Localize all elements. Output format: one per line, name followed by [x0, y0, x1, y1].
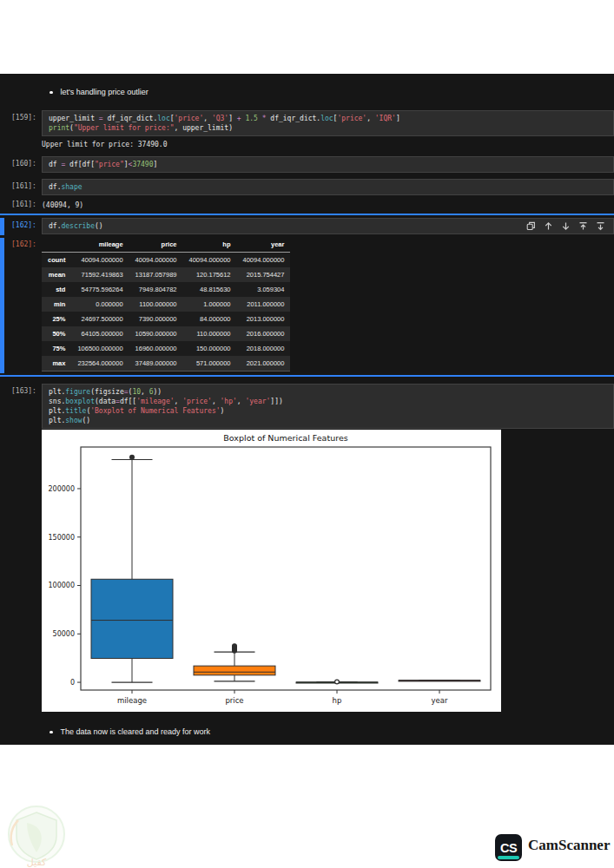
svg-text:hp: hp	[333, 696, 342, 705]
duplicate-cell-icon[interactable]	[526, 221, 536, 231]
table-row: std54775.5962647949.80478248.8156303.059…	[42, 282, 290, 297]
selected-cell-162[interactable]: [162]: df.describe() [162]: mileageprice…	[0, 214, 614, 377]
bullet-icon	[50, 731, 53, 734]
table-cell: 3.059304	[237, 282, 291, 297]
table-cell: 16960.000000	[129, 341, 183, 356]
row-label: 50%	[42, 326, 71, 341]
table-row: max232564.00000037489.000000571.00000020…	[42, 356, 290, 372]
code-input[interactable]: upper_limit = df_iqr_dict.loc['price', '…	[42, 110, 614, 136]
output-area-159: Upper limit for price: 37490.0	[0, 136, 614, 149]
boxplot-figure: Boxplot of Numerical Features05000010000…	[42, 430, 501, 712]
svg-text:0: 0	[70, 679, 75, 687]
code-cell-162: [162]: df.describe()	[0, 218, 614, 234]
cell-toolbar	[526, 221, 605, 231]
table-cell: 571.000000	[183, 356, 237, 372]
svg-text:Boxplot of Numerical Features: Boxplot of Numerical Features	[223, 433, 347, 443]
column-header: year	[237, 237, 291, 253]
code-cell-163: [163]: plt.figure(figsize=(10, 6))sns.bo…	[0, 384, 614, 429]
table-cell: 64105.000000	[71, 326, 129, 341]
table-cell: 40094.000000	[183, 253, 237, 268]
describe-table: mileagepricehpyearcount40094.00000040094…	[42, 237, 290, 372]
table-cell: 110.000000	[183, 326, 237, 341]
input-prompt: [159]:	[0, 110, 42, 122]
output-text: Upper limit for price: 37490.0	[42, 136, 168, 149]
table-cell: 40094.000000	[237, 253, 291, 268]
table-cell: 7390.000000	[129, 312, 183, 326]
table-row: min0.0000001100.0000001.0000002011.00000…	[42, 297, 290, 312]
row-label: mean	[42, 267, 71, 282]
markdown-cell-bottom: The data now is cleared and ready for wo…	[50, 727, 210, 737]
code-input[interactable]: df.shape	[42, 179, 614, 195]
camscanner-wordmark: CamScanner	[528, 837, 610, 854]
table-corner	[42, 237, 71, 253]
code-cell-161: [161]: df.shape	[0, 179, 614, 195]
table-cell: 40094.000000	[129, 253, 183, 268]
svg-text:year: year	[432, 696, 448, 705]
table-cell: 7949.804782	[129, 282, 183, 297]
table-row: 50%64105.00000010590.000000110.000000201…	[42, 326, 290, 341]
cell-selection-bar	[0, 238, 4, 373]
svg-text:mileage: mileage	[117, 696, 147, 705]
table-cell: 48.815630	[183, 282, 237, 297]
table-cell: 2018.000000	[237, 341, 291, 356]
table-row: 75%106500.00000016960.000000150.00000020…	[42, 341, 290, 356]
row-label: min	[42, 297, 71, 312]
row-label: std	[42, 282, 71, 297]
code-input[interactable]: df = df[df["price"]<37490]	[42, 156, 614, 173]
table-cell: 106500.000000	[71, 341, 129, 356]
output-area-161: [161]: (40094, 9)	[0, 197, 614, 210]
row-label: max	[42, 356, 71, 372]
svg-text:50000: 50000	[53, 630, 75, 638]
move-cell-up-icon[interactable]	[544, 221, 553, 231]
table-cell: 2013.000000	[237, 312, 291, 326]
column-header: mileage	[71, 237, 129, 253]
code-input[interactable]: plt.figure(figsize=(10, 6))sns.boxplot(d…	[42, 384, 614, 429]
watermark-text: كفيل	[27, 857, 47, 867]
table-cell: 2016.000000	[237, 326, 291, 341]
table-cell: 2015.754427	[237, 267, 291, 282]
input-prompt: [160]:	[0, 156, 42, 168]
table-cell: 40094.000000	[71, 253, 129, 268]
output-prompt: [162]:	[0, 237, 42, 249]
notebook-area: let's handling price outlier [159]: uppe…	[0, 74, 614, 745]
input-prompt: [163]:	[0, 384, 42, 396]
table-cell: 1100.000000	[129, 297, 183, 312]
output-prompt	[0, 136, 42, 140]
table-cell: 84.000000	[183, 312, 237, 326]
table-row: mean71592.41986313187.057989120.17561220…	[42, 267, 290, 282]
input-prompt: [161]:	[0, 179, 42, 191]
table-row: 25%24697.5000007390.00000084.0000002013.…	[42, 312, 290, 326]
insert-cell-below-icon[interactable]	[596, 221, 605, 231]
output-text: (40094, 9)	[42, 197, 83, 210]
svg-text:150000: 150000	[48, 534, 75, 542]
code-cell-159: [159]: upper_limit = df_iqr_dict.loc['pr…	[0, 110, 614, 136]
camscanner-teal-bar	[498, 856, 519, 859]
table-cell: 150.000000	[183, 341, 237, 356]
table-cell: 13187.057989	[129, 267, 183, 282]
insert-cell-above-icon[interactable]	[578, 221, 588, 231]
table-cell: 37489.000000	[129, 356, 183, 372]
table-cell: 10590.000000	[129, 326, 183, 341]
kafeel-watermark-logo: كفيل	[2, 804, 73, 868]
camscanner-badge-text: CS	[500, 841, 517, 855]
row-label: 25%	[42, 312, 71, 326]
table-cell: 1.000000	[183, 297, 237, 312]
svg-text:100000: 100000	[48, 582, 75, 589]
table-cell: 24697.500000	[71, 312, 129, 326]
scanned-page: let's handling price outlier [159]: uppe…	[0, 0, 614, 868]
code-cell-160: [160]: df = df[df["price"]<37490]	[0, 156, 614, 173]
row-label: count	[42, 253, 71, 268]
table-cell: 2011.000000	[237, 297, 291, 312]
table-cell: 71592.419863	[71, 267, 129, 282]
svg-text:200000: 200000	[48, 485, 75, 493]
markdown-text: The data now is cleared and ready for wo…	[61, 727, 211, 737]
markdown-text: let's handling price outlier	[61, 88, 149, 97]
input-prompt: [162]:	[0, 218, 42, 230]
output-prompt: [161]:	[0, 197, 42, 209]
svg-text:price: price	[225, 696, 243, 705]
move-cell-down-icon[interactable]	[561, 221, 571, 231]
table-cell: 2021.000000	[237, 356, 291, 372]
markdown-cell-top: let's handling price outlier	[50, 88, 149, 97]
row-label: 75%	[42, 341, 71, 356]
bullet-icon	[50, 91, 53, 95]
